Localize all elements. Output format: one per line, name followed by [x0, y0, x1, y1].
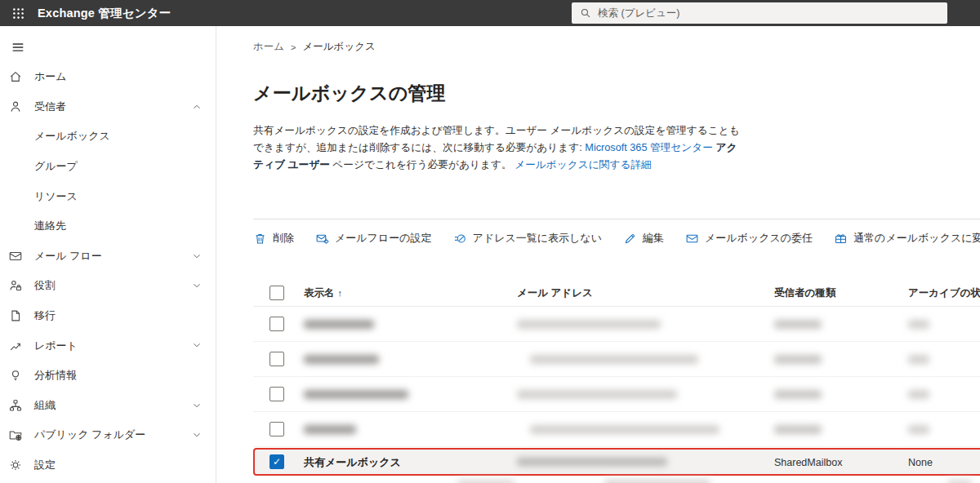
sidebar-item-resources[interactable]: リソース: [0, 181, 216, 211]
sidebar-item-label: 連絡先: [34, 219, 66, 233]
table-row-redacted[interactable]: [253, 342, 980, 377]
table-row-redacted[interactable]: [253, 377, 980, 412]
table-header-row: 表示名↑ メール アドレス 受信者の種類 アーカイブの状態: [253, 280, 980, 307]
display-name-cell: 共有メールボックス: [304, 456, 401, 468]
organization-icon: [8, 398, 23, 413]
sidebar-item-home[interactable]: ホーム: [0, 62, 216, 92]
chevron-up-icon[interactable]: [191, 101, 203, 113]
row-checkbox[interactable]: [270, 352, 284, 366]
convert-to-regular-mailbox-button[interactable]: 通常のメールボックスに変換する: [834, 231, 980, 246]
sidebar-item-settings[interactable]: 設定: [0, 450, 216, 481]
redacted-email: [517, 390, 677, 399]
recipient-type-cell: SharedMailbox: [774, 457, 842, 468]
mail-flow-settings-button[interactable]: メールフローの設定: [315, 231, 432, 246]
breadcrumb-home-link[interactable]: ホーム: [253, 40, 284, 54]
sidebar-item-insights[interactable]: 分析情報: [0, 361, 216, 391]
toolbar-label: 編集: [643, 231, 664, 246]
redacted-archive-status: [908, 355, 929, 364]
column-header-archive-status[interactable]: アーカイブの状態: [908, 286, 980, 300]
person-icon: [8, 100, 23, 114]
redacted-content: [604, 480, 710, 483]
reports-icon: [8, 339, 23, 353]
public-folder-icon: [8, 428, 23, 442]
topbar: Exchange 管理センター 検索 (プレビュー): [0, 0, 980, 26]
table-row-redacted[interactable]: [253, 307, 980, 342]
breadcrumb-current: メールボックス: [303, 40, 376, 54]
convert-mailbox-icon: [834, 232, 848, 246]
archive-status-cell: None: [908, 457, 933, 468]
row-checkbox-checked[interactable]: ✓: [270, 454, 284, 469]
table-row-shared-mailbox-selected[interactable]: ✓ 共有メールボックス SharedMailbox None: [253, 448, 980, 476]
table-row-partial[interactable]: [253, 477, 980, 483]
sidebar-item-label: ホーム: [34, 69, 67, 84]
redacted-recipient-type: [774, 320, 822, 329]
sidebar-item-migration[interactable]: 移行: [0, 301, 216, 331]
mail-settings-icon: [315, 232, 329, 246]
learn-more-link[interactable]: メールボックスに関する詳細: [514, 159, 652, 171]
sidebar-item-roles[interactable]: 役割: [0, 271, 216, 301]
sidebar-item-label: 役割: [34, 278, 56, 293]
delete-button[interactable]: 削除: [253, 231, 294, 246]
waffle-menu-icon[interactable]: [0, 0, 36, 26]
admin-center-link[interactable]: Microsoft 365 管理センター: [585, 142, 713, 153]
sidebar-item-groups[interactable]: グループ: [0, 152, 216, 182]
insights-icon: [8, 368, 23, 383]
redacted-recipient-type: [774, 425, 822, 434]
search-input[interactable]: 検索 (プレビュー): [572, 2, 947, 24]
chevron-down-icon[interactable]: [191, 280, 203, 291]
select-all-checkbox[interactable]: [270, 286, 284, 300]
edit-button[interactable]: 編集: [623, 231, 664, 246]
breadcrumb: ホーム > メールボックス: [253, 40, 980, 54]
hide-from-address-list-button[interactable]: アドレス一覧に表示しない: [453, 231, 602, 246]
redacted-display-name: [304, 355, 379, 364]
column-header-email[interactable]: メール アドレス: [517, 286, 774, 300]
description-text-2: ページでこれを行う必要があります。: [330, 159, 512, 171]
toolbar-divider: [253, 219, 980, 219]
sidebar-item-recipients[interactable]: 受信者: [0, 92, 216, 122]
column-header-recipient-type[interactable]: 受信者の種類: [774, 286, 908, 300]
chevron-down-icon[interactable]: [191, 250, 203, 262]
chevron-down-icon[interactable]: [191, 429, 203, 441]
redacted-display-name: [304, 320, 374, 329]
row-checkbox[interactable]: [270, 317, 284, 331]
sidebar: ホーム 受信者 メールボックス グループ リソース 連絡先: [0, 26, 216, 483]
sidebar-item-label: パブリック フォルダー: [34, 428, 145, 442]
table-row-redacted[interactable]: [253, 412, 980, 447]
sidebar-item-mailboxes[interactable]: メールボックス: [0, 122, 216, 152]
row-checkbox[interactable]: [270, 422, 284, 436]
sidebar-item-public-folders[interactable]: パブリック フォルダー: [0, 420, 216, 450]
sidebar-item-organization[interactable]: 組織: [0, 391, 216, 421]
toolbar-label: アドレス一覧に表示しない: [473, 231, 602, 246]
toolbar: 削除 メールフローの設定 アドレス一覧に表示しない 編集: [253, 231, 980, 246]
toolbar-label: メールフローの設定: [335, 231, 432, 246]
sidebar-item-label: メール フロー: [34, 249, 102, 264]
chevron-down-icon[interactable]: [191, 400, 203, 411]
sidebar-item-reports[interactable]: レポート: [0, 330, 216, 361]
sidebar-item-label: リソース: [34, 189, 78, 204]
redacted-recipient-type: [774, 390, 822, 399]
toolbar-label: メールボックスの委任: [705, 231, 813, 246]
hamburger-menu-button[interactable]: [0, 33, 216, 62]
sidebar-item-contacts[interactable]: 連絡先: [0, 211, 216, 242]
chevron-down-icon[interactable]: [191, 339, 203, 351]
breadcrumb-separator: >: [291, 42, 296, 52]
sidebar-item-mail-flow[interactable]: メール フロー: [0, 242, 216, 272]
migration-icon: [8, 308, 23, 323]
mailbox-delegation-button[interactable]: メールボックスの委任: [685, 231, 813, 246]
waffle-grid-icon: [11, 7, 25, 20]
page-title: メールボックスの管理: [253, 81, 980, 106]
redacted-archive-status: [908, 390, 929, 399]
edit-icon: [623, 232, 637, 246]
sidebar-item-label: 移行: [34, 308, 56, 323]
app-title: Exchange 管理センター: [38, 6, 172, 21]
page-description: 共有メールボックスの設定を作成および管理します。ユーザー メールボックスの設定を…: [253, 122, 742, 174]
redacted-content: [947, 480, 972, 483]
row-checkbox[interactable]: [270, 387, 284, 401]
sidebar-item-label: レポート: [34, 339, 78, 353]
hamburger-icon: [11, 40, 25, 55]
trash-icon: [253, 232, 267, 246]
redacted-email: [517, 458, 667, 466]
column-header-display-name[interactable]: 表示名↑: [304, 286, 517, 300]
search-placeholder: 検索 (プレビュー): [598, 7, 679, 20]
mailbox-table: 表示名↑ メール アドレス 受信者の種類 アーカイブの状態: [253, 280, 980, 483]
